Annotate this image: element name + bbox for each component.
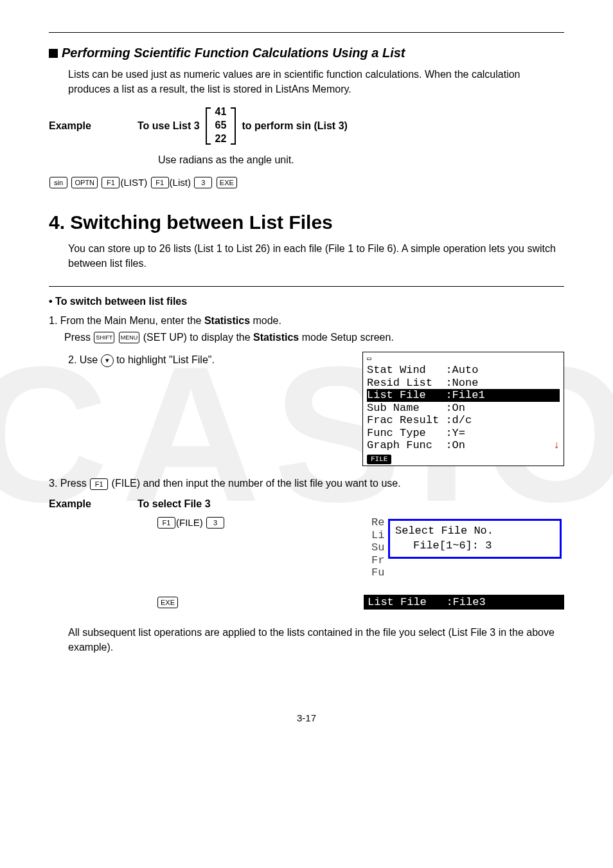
example2-keys: F1(FILE) 3	[68, 516, 359, 529]
bullet-switch-files: • To switch between list files	[49, 296, 564, 307]
closing-para: All subsequent list operations are appli…	[68, 625, 564, 655]
dialog-popup: Select File No. File[1~6]: 3	[388, 519, 562, 559]
tab-indicator-icon: ▭	[367, 355, 560, 364]
lcd-line-6: Func Type :Y=	[367, 427, 560, 440]
list-label-2: (List)	[170, 177, 191, 188]
lcd-line-1: Stat Wind :Auto	[367, 364, 560, 377]
lcd-line-3-highlighted: List File :File1	[367, 389, 560, 402]
softkey-file: FILE	[367, 455, 391, 464]
exe-key-2: EXE	[157, 597, 178, 608]
lcd-line-5: Frac Result :d/c	[367, 414, 560, 427]
shift-key: SHIFT	[94, 332, 114, 343]
matrix-val-0: 41	[215, 105, 227, 119]
example2-label: Example	[49, 498, 138, 510]
key-sequence-1: sin OPTN F1(LIST) F1(List) 3 EXE	[49, 176, 564, 188]
dialog-input: File[1~6]: 3	[395, 539, 555, 552]
lcd-setup-screen: ▭ Stat Wind :Auto Resid List :None List …	[362, 352, 564, 466]
matrix-val-2: 22	[215, 132, 227, 146]
left-bracket-icon	[205, 107, 211, 145]
example2-row: Example To select File 3	[49, 498, 564, 510]
example2-text: To select File 3	[138, 498, 211, 509]
file-select-dialog: Re Li Su Fr Fu Select File No. File[1~6]…	[371, 516, 564, 579]
section1-heading: Performing Scientific Function Calculati…	[49, 46, 564, 60]
example1-body: To use List 3 41 65 22 to perform sin (L…	[138, 105, 348, 145]
step-3: 3. Press F1 (FILE) and then input the nu…	[49, 475, 564, 492]
file-label: (FILE)	[176, 517, 203, 528]
mid-rule	[49, 286, 564, 287]
right-bracket-icon	[230, 107, 236, 145]
list-label-1: (LIST)	[120, 177, 147, 188]
sin-key: sin	[49, 177, 67, 188]
exe-step: EXE	[68, 596, 351, 608]
section2-intro: You can store up to 26 lists (List 1 to …	[68, 241, 564, 271]
f1-key-ex2: F1	[157, 517, 175, 529]
menu-key: MENU	[119, 332, 140, 343]
three-key-ex2: 3	[206, 517, 224, 529]
example1-row: Example To use List 3 41 65 22 to perfor…	[49, 105, 564, 145]
section2-heading: 4. Switching between List Files	[49, 212, 564, 233]
matrix-val-1: 65	[215, 119, 227, 132]
three-key: 3	[194, 177, 212, 188]
step-2: 2. Use ▾ to highlight "List File".	[68, 352, 350, 368]
optn-key: OPTN	[71, 177, 98, 188]
f1-key-step3: F1	[90, 478, 108, 490]
radians-note: Use radians as the angle unit.	[158, 152, 564, 167]
cursor-down-icon: ▾	[101, 354, 114, 367]
result-bar: List File :File3	[364, 595, 564, 610]
matrix-bracket: 41 65 22	[205, 105, 237, 145]
step-1: 1. From the Main Menu, enter the Statist…	[49, 312, 564, 345]
lcd-line-7: Graph Func :On	[367, 439, 560, 452]
example1-label: Example	[49, 120, 138, 132]
scroll-down-arrow-icon: ↓	[553, 440, 560, 451]
f1-key: F1	[102, 177, 120, 188]
dialog-title: Select File No.	[395, 525, 555, 537]
f1-key-b: F1	[151, 177, 169, 188]
top-rule	[49, 32, 564, 33]
section1-intro: Lists can be used just as numeric values…	[68, 67, 564, 96]
lcd-line-2: Resid List :None	[367, 377, 560, 390]
lcd-line-4: Sub Name :On	[367, 402, 560, 415]
square-bullet-icon	[49, 49, 58, 58]
page-number: 3-17	[49, 712, 564, 723]
exe-key: EXE	[217, 177, 237, 188]
